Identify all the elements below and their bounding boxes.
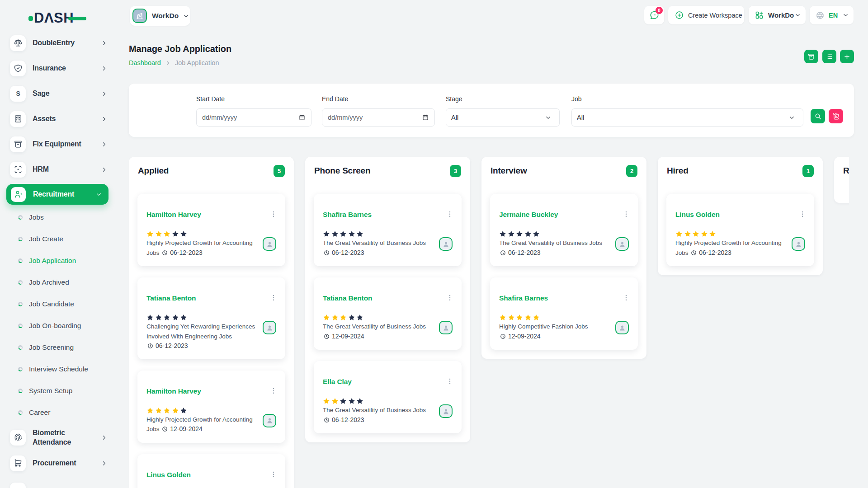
sidebar-item-sage[interactable]: SSage <box>0 81 118 106</box>
sidebar-subitem-system-setup[interactable]: System Setup <box>0 380 118 402</box>
language-selector[interactable]: EN <box>810 6 854 24</box>
candidate-avatar[interactable] <box>439 404 453 418</box>
app-menu-button[interactable]: WorkDo <box>749 6 806 24</box>
candidate-avatar[interactable] <box>263 237 276 251</box>
sidebar-subitem-job-on-boarding[interactable]: Job On-boarding <box>0 315 118 337</box>
candidate-avatar[interactable] <box>263 321 276 334</box>
card-body: Highly Projected Growth for Accounting J… <box>675 238 805 258</box>
candidate-avatar[interactable] <box>615 321 629 334</box>
dots-vertical-icon[interactable] <box>446 377 454 385</box>
kanban-column-header: Rejected <box>834 157 849 185</box>
date-group: 06-12-2023 <box>323 249 364 256</box>
workspace-switcher[interactable]: WorkDo <box>130 6 190 26</box>
create-workspace-button[interactable]: Create Workspace <box>668 6 744 24</box>
application-card[interactable]: Linus Golden <box>137 454 285 488</box>
sidebar-subitem-job-archived[interactable]: Job Archived <box>0 272 118 293</box>
candidate-name[interactable]: Hamilton Harvey <box>146 387 201 395</box>
sidebar-subitem-career[interactable]: Career <box>0 402 118 423</box>
candidate-name[interactable]: Linus Golden <box>675 211 720 219</box>
candidate-name[interactable]: Tatiana Benton <box>146 294 196 302</box>
sidebar-subitem-job-application[interactable]: Job Application <box>0 250 118 272</box>
calendar-icon[interactable] <box>298 114 306 121</box>
rating-stars <box>499 230 629 238</box>
create-workspace-label: Create Workspace <box>688 12 742 19</box>
sidebar-item-label: Fix Equipment <box>33 140 81 148</box>
end-date-input[interactable]: dd/mm/yyyy <box>322 108 435 127</box>
star-icon <box>172 314 179 321</box>
sidebar-subitem-job-create[interactable]: Job Create <box>0 228 118 250</box>
stage-select[interactable]: All <box>446 108 560 127</box>
chevron-right-icon <box>101 65 108 72</box>
candidate-avatar[interactable] <box>792 237 805 251</box>
application-date: 12-09-2024 <box>508 333 541 340</box>
date-group: 06-12-2023 <box>323 417 364 423</box>
sidebar-item-assets[interactable]: Assets <box>0 106 118 131</box>
dots-vertical-icon[interactable] <box>269 470 278 479</box>
dots-vertical-icon[interactable] <box>798 210 807 218</box>
sidebar-item-stub[interactable] <box>10 483 26 488</box>
kanban-column-body: Jermaine BuckleyThe Great Versatility of… <box>481 185 646 359</box>
sidebar-item-biometric-attendance[interactable]: Biometric Attendance <box>0 424 118 450</box>
dots-vertical-icon[interactable] <box>446 210 454 218</box>
app-logo[interactable]: DΛSH <box>28 9 74 27</box>
application-card[interactable]: Ella ClayThe Great Versatility of Busine… <box>314 361 462 433</box>
sidebar-item-fix-equipment[interactable]: Fix Equipment <box>0 131 118 157</box>
candidate-name[interactable]: Shafira Barnes <box>499 294 548 302</box>
dots-vertical-icon[interactable] <box>622 210 630 218</box>
application-card[interactable]: Tatiana BentonThe Great Versatility of B… <box>314 277 462 350</box>
start-date-input[interactable]: dd/mm/yyyy <box>196 108 311 127</box>
add-application-button[interactable] <box>840 50 854 63</box>
candidate-avatar[interactable] <box>439 237 453 251</box>
application-card[interactable]: Hamilton HarveyHighly Projected Growth f… <box>137 371 285 443</box>
dots-vertical-icon[interactable] <box>269 387 278 395</box>
apply-filter-button[interactable] <box>811 109 825 123</box>
candidate-name[interactable]: Tatiana Benton <box>323 294 372 302</box>
application-card[interactable]: Shafira BarnesThe Great Versatility of B… <box>314 194 462 266</box>
star-icon <box>701 230 708 238</box>
sidebar-subitem-job-screening[interactable]: Job Screening <box>0 337 118 358</box>
calendar-icon[interactable] <box>422 114 429 121</box>
reset-filter-button[interactable] <box>829 109 843 123</box>
messenger-button[interactable]: 0 <box>644 6 664 24</box>
sidebar-subitem-interview-schedule[interactable]: Interview Schedule <box>0 358 118 380</box>
kanban-column-body: Linus GoldenHighly Projected Growth for … <box>658 185 823 275</box>
application-card[interactable]: Linus GoldenHighly Projected Growth for … <box>666 194 814 266</box>
candidate-avatar[interactable] <box>439 321 453 334</box>
sidebar-item-procurement[interactable]: Procurement <box>0 450 118 476</box>
sidebar-item-insurance[interactable]: Insurance <box>0 56 118 81</box>
dots-vertical-icon[interactable] <box>446 294 454 302</box>
job-select[interactable]: All <box>571 108 803 127</box>
start-date-placeholder: dd/mm/yyyy <box>202 114 237 121</box>
job-title: The Great Versatility of Business Jobs <box>499 239 602 246</box>
candidate-name[interactable]: Shafira Barnes <box>323 211 372 219</box>
sidebar-subitem-jobs[interactable]: Jobs <box>0 206 118 228</box>
job-title: The Great Versatility of Business Jobs <box>323 239 426 246</box>
sidebar-subitem-label: Job Application <box>29 257 76 265</box>
list-view-button[interactable] <box>822 50 836 63</box>
dots-vertical-icon[interactable] <box>269 294 278 302</box>
sidebar-subitem-job-candidate[interactable]: Job Candidate <box>0 293 118 315</box>
dots-vertical-icon[interactable] <box>269 210 278 218</box>
candidate-name[interactable]: Jermaine Buckley <box>499 211 558 219</box>
candidate-name[interactable]: Linus Golden <box>146 471 191 479</box>
candidate-avatar[interactable] <box>615 237 629 251</box>
sidebar-item-doubleentry[interactable]: DoubleEntry <box>0 30 118 56</box>
candidate-name[interactable]: Hamilton Harvey <box>146 211 201 219</box>
dots-vertical-icon[interactable] <box>622 294 630 302</box>
clock-icon <box>500 250 506 256</box>
application-card[interactable]: Tatiana BentonChallenging Yet Rewarding … <box>137 277 285 359</box>
job-title: The Great Versatility of Business Jobs <box>323 407 426 413</box>
archived-applications-button[interactable] <box>804 50 818 63</box>
application-card[interactable]: Shafira BarnesHighly Competitive Fashion… <box>490 277 638 350</box>
candidate-avatar[interactable] <box>263 414 276 427</box>
sidebar-item-hrm[interactable]: HRM <box>0 157 118 182</box>
application-card[interactable]: Jermaine BuckleyThe Great Versatility of… <box>490 194 638 266</box>
star-icon <box>516 314 523 321</box>
candidate-name[interactable]: Ella Clay <box>323 378 352 386</box>
application-card[interactable]: Hamilton HarveyHighly Projected Growth f… <box>137 194 285 266</box>
point-icon <box>18 389 23 393</box>
workspace-name: WorkDo <box>152 12 179 20</box>
breadcrumb-dashboard-link[interactable]: Dashboard <box>129 59 161 66</box>
chevron-right-icon <box>101 90 108 97</box>
sidebar-item-recruitment[interactable]: Recruitment <box>6 184 108 205</box>
